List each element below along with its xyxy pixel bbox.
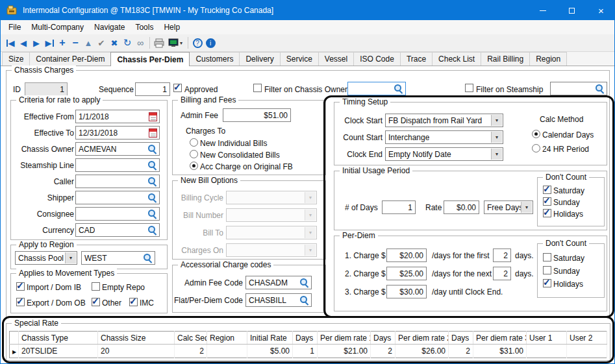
- col-per-diem-rate-1[interactable]: Per diem rate 1: [318, 332, 371, 345]
- dropdown-button[interactable]: ▾: [491, 149, 502, 160]
- steamship-line-field[interactable]: [75, 158, 160, 172]
- new-consolidated-bills-radio[interactable]: [190, 150, 198, 158]
- menu-navigate[interactable]: Navigate: [89, 21, 130, 34]
- tab-customers[interactable]: Customers: [189, 52, 240, 66]
- filter-steamship-checkbox[interactable]: [465, 84, 473, 92]
- consignee-field[interactable]: [75, 207, 160, 221]
- charge2-days-field[interactable]: 2: [493, 267, 511, 280]
- menu-tools[interactable]: Tools: [130, 21, 158, 34]
- post-icon[interactable]: ✔: [95, 36, 108, 50]
- dropdown-button[interactable]: ▾: [491, 115, 502, 126]
- tab-delivery[interactable]: Delivery: [239, 52, 280, 66]
- charge3-field[interactable]: $30.00: [386, 285, 427, 298]
- col-days-2[interactable]: Days: [371, 332, 395, 345]
- shipper-field[interactable]: [75, 191, 160, 204]
- calendar-icon[interactable]: [149, 112, 157, 121]
- col-initial-rate[interactable]: Initial Rate: [247, 332, 293, 345]
- sequence-field[interactable]: 1: [135, 82, 170, 96]
- calendar-days-radio[interactable]: [532, 130, 540, 138]
- lookup-icon[interactable]: [148, 177, 157, 186]
- tab-container-per-diem[interactable]: Container Per-Diem: [29, 52, 111, 66]
- menu-file[interactable]: File: [3, 21, 26, 34]
- calendar-icon[interactable]: [149, 128, 157, 138]
- imc-checkbox[interactable]: [129, 298, 138, 306]
- col-chassis-type[interactable]: Chassis Type: [19, 332, 98, 345]
- charge1-field[interactable]: $20.00: [386, 249, 427, 262]
- about-icon[interactable]: i: [204, 36, 217, 50]
- clock-start-select[interactable]: FB Dispatch from Rail Yard ▾: [385, 114, 503, 127]
- tab-vessel[interactable]: Vessel: [318, 52, 354, 66]
- tab-iso-code[interactable]: ISO Code: [353, 52, 401, 66]
- print-icon[interactable]: [153, 36, 166, 50]
- lookup-icon[interactable]: [148, 161, 157, 170]
- export-dom-ob-checkbox[interactable]: [16, 298, 25, 306]
- add-record-icon[interactable]: +: [56, 36, 69, 50]
- clock-end-select[interactable]: Empty Notify Date ▾: [385, 147, 503, 161]
- last-record-icon[interactable]: ▶: [43, 36, 56, 50]
- find-icon[interactable]: ∞: [134, 36, 147, 50]
- col-per-diem-rate-2[interactable]: Per diem rate 2: [395, 332, 449, 345]
- admin-fee-field[interactable]: $51.00: [223, 108, 291, 122]
- titlebar[interactable]: Intermodal Configuration @ TM183C [TMWIN…: [1, 1, 615, 20]
- currency-field[interactable]: CAD: [75, 223, 160, 237]
- effective-to-field[interactable]: 12/31/2018: [75, 126, 160, 140]
- lookup-icon[interactable]: [148, 210, 157, 219]
- first-record-icon[interactable]: ◀: [4, 36, 17, 50]
- count-start-select[interactable]: Interchange ▾: [385, 130, 503, 144]
- tab-size[interactable]: Size: [2, 52, 30, 66]
- menu-multi-company[interactable]: Multi-Company: [26, 21, 89, 34]
- initial-saturday-checkbox[interactable]: [543, 186, 551, 194]
- col-user-2[interactable]: User 2: [567, 332, 607, 345]
- screen-icon[interactable]: ▾: [166, 36, 185, 50]
- lookup-icon[interactable]: [300, 296, 309, 305]
- perdiem-sunday-checkbox[interactable]: [543, 266, 551, 274]
- filter-chassis-owner-checkbox[interactable]: [253, 84, 262, 92]
- col-calc-seq[interactable]: Calc Seq: [175, 332, 207, 345]
- rate-field[interactable]: $0.00: [444, 200, 479, 214]
- col-per-diem-rate-3[interactable]: Per diem rate 3: [473, 332, 527, 345]
- tab-service[interactable]: Service: [280, 52, 319, 66]
- region-field[interactable]: WEST: [81, 251, 155, 265]
- new-individual-bills-radio[interactable]: [190, 138, 198, 147]
- col-user-1[interactable]: User 1: [527, 332, 567, 345]
- delete-record-icon[interactable]: −: [69, 36, 82, 50]
- menu-help[interactable]: Help: [158, 21, 185, 34]
- charge2-field[interactable]: $25.00: [386, 267, 427, 280]
- other-checkbox[interactable]: [92, 298, 100, 306]
- next-record-icon[interactable]: ▶: [30, 36, 43, 50]
- import-dom-ib-checkbox[interactable]: [16, 282, 25, 291]
- lookup-icon[interactable]: [148, 145, 157, 154]
- initial-sunday-checkbox[interactable]: [543, 197, 551, 206]
- num-days-field[interactable]: 1: [382, 200, 416, 214]
- dropdown-button[interactable]: ▾: [65, 252, 76, 263]
- lookup-icon[interactable]: [148, 226, 157, 235]
- tab-check-list[interactable]: Check List: [432, 52, 481, 66]
- charge1-days-field[interactable]: 2: [493, 249, 511, 262]
- table-row[interactable]: ▶ 20TSLIDE 20 2 $5.00 1 $21.00 2 $26.00 …: [10, 345, 607, 358]
- tab-region[interactable]: Region: [529, 52, 567, 66]
- rate-type-select[interactable]: Free Days ▾: [484, 200, 533, 214]
- perdiem-saturday-checkbox[interactable]: [543, 253, 551, 261]
- lookup-icon[interactable]: [300, 278, 309, 287]
- cancel-icon[interactable]: ✖: [108, 36, 121, 50]
- edit-record-icon[interactable]: ▲: [82, 36, 95, 50]
- tab-trace[interactable]: Trace: [400, 52, 433, 66]
- effective-from-field[interactable]: 1/1/2018: [75, 110, 160, 123]
- lookup-icon[interactable]: [394, 84, 403, 93]
- col-region[interactable]: Region: [207, 332, 247, 345]
- help-icon[interactable]: ?: [191, 36, 204, 50]
- col-chassis-size[interactable]: Chassis Size: [98, 332, 175, 345]
- close-button[interactable]: ×: [586, 1, 615, 20]
- perdiem-holidays-checkbox[interactable]: [543, 279, 551, 287]
- dropdown-button[interactable]: ▾: [521, 202, 532, 213]
- initial-holidays-checkbox[interactable]: [543, 209, 551, 217]
- dropdown-button[interactable]: ▾: [491, 132, 502, 143]
- screen-dropdown-icon[interactable]: ▾: [180, 40, 182, 46]
- caller-field[interactable]: [75, 175, 160, 188]
- col-days-3[interactable]: Days: [449, 332, 473, 345]
- empty-repo-checkbox[interactable]: [92, 282, 100, 291]
- acc-charge-original-fb-radio[interactable]: [190, 162, 198, 170]
- 24hr-period-radio[interactable]: [532, 144, 540, 152]
- lookup-icon[interactable]: [148, 193, 157, 202]
- flat-per-diem-code-field[interactable]: CHASBILL: [245, 293, 312, 307]
